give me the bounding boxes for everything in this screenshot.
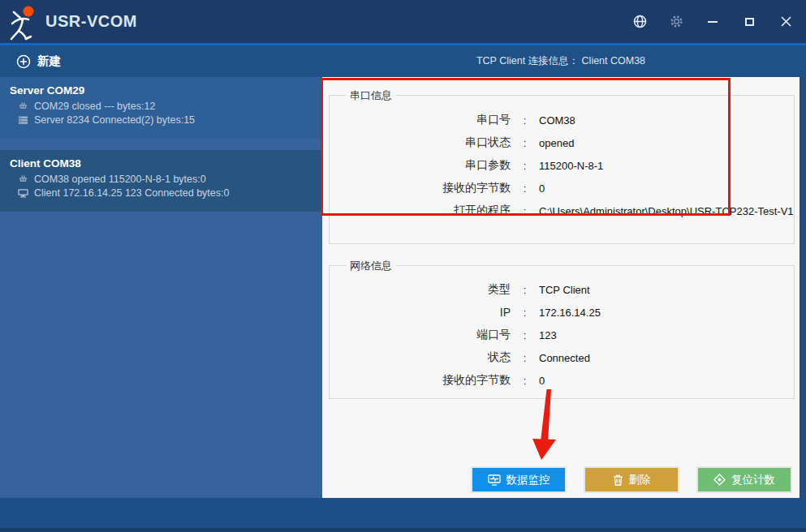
- serial-status-text: COM38 opened 115200-N-8-1 bytes:0: [34, 174, 206, 185]
- sidebar-item-server-com29[interactable]: Server COM29 COM29 closed --- bytes:12: [0, 77, 322, 139]
- row-colon: :: [511, 307, 539, 319]
- reset-target-icon: [713, 474, 726, 486]
- plus-circle-icon: [16, 54, 31, 69]
- button-label: 数据监控: [506, 473, 550, 487]
- row-colon: :: [511, 114, 539, 127]
- row-label: IP: [330, 306, 511, 319]
- detail-panel: 串口信息 串口号 : COM38 串口状态 : opened 串口参数 : 11…: [322, 77, 806, 498]
- row-value: COM38: [539, 114, 794, 127]
- info-row: 串口号 : COM38: [330, 109, 794, 131]
- button-label: 删除: [629, 473, 651, 487]
- network-info-legend: 网络信息: [346, 259, 396, 273]
- network-status-text: Server 8234 Connected(2) bytes:15: [34, 114, 195, 126]
- row-label: 串口状态: [330, 135, 511, 150]
- serial-plug-icon: [18, 175, 28, 184]
- row-value: 115200-N-8-1: [539, 160, 794, 172]
- info-row: 打开的程序 : C:\Users\Administrator\Desktop\U…: [330, 200, 794, 222]
- row-label: 接收的字节数: [330, 373, 511, 388]
- row-value: C:\Users\Administrator\Desktop\USR-TCP23…: [539, 205, 794, 217]
- row-label: 端口号: [330, 328, 511, 342]
- data-monitor-button[interactable]: 数据监控: [471, 466, 567, 493]
- row-label: 状态: [330, 350, 511, 365]
- row-label: 串口号: [330, 113, 511, 127]
- app-title: USR-VCOM: [45, 12, 137, 31]
- new-connection-button[interactable]: 新建: [16, 54, 61, 69]
- action-buttons: 数据监控 删除 复位计数: [322, 466, 800, 493]
- footer-edge: [0, 528, 806, 532]
- row-colon: :: [511, 182, 539, 195]
- row-value: 0: [539, 182, 794, 195]
- connection-info-header: TCP Client 连接信息： Client COM38: [322, 45, 800, 77]
- server-icon: [18, 116, 28, 125]
- network-info-groupbox: 网络信息 类型 : TCP Client IP : 172.16.14.25 端…: [329, 265, 795, 399]
- usr-logo-icon: [6, 4, 41, 41]
- titlebar-actions: [632, 15, 806, 29]
- serial-status-text: COM29 closed --- bytes:12: [34, 101, 155, 112]
- connection-sidebar: Server COM29 COM29 closed --- bytes:12: [0, 77, 322, 498]
- network-status-line: Client 172.16.14.25 123 Connected bytes:…: [18, 187, 314, 199]
- row-colon: :: [511, 160, 539, 172]
- row-value: 0: [539, 375, 794, 387]
- network-status-line: Server 8234 Connected(2) bytes:15: [18, 114, 314, 126]
- row-label: 类型: [330, 282, 511, 297]
- usr-vcom-window: USR-VCOM: [0, 0, 806, 532]
- info-row: 串口状态 : opened: [330, 131, 794, 154]
- serial-plug-icon: [18, 102, 28, 111]
- globe-icon[interactable]: [632, 15, 647, 29]
- row-colon: :: [511, 205, 539, 217]
- info-row: 状态 : Connected: [330, 346, 794, 369]
- row-value: 123: [539, 329, 794, 341]
- minimize-icon[interactable]: [705, 15, 720, 29]
- connection-title: Server COM29: [10, 84, 314, 97]
- button-label: 复位计数: [731, 473, 775, 487]
- serial-info-groupbox: 串口信息 串口号 : COM38 串口状态 : opened 串口参数 : 11…: [329, 95, 795, 244]
- trash-icon: [613, 474, 623, 486]
- titlebar: USR-VCOM: [0, 0, 806, 43]
- monitor-pulse-icon: [488, 474, 501, 486]
- row-label: 串口参数: [330, 158, 511, 173]
- row-value: Connected: [539, 352, 794, 364]
- reset-count-button[interactable]: 复位计数: [696, 466, 792, 493]
- info-row: IP : 172.16.14.25: [330, 301, 794, 324]
- right-edge-strip: [800, 77, 806, 498]
- monitor-icon: [18, 189, 28, 198]
- row-value: opened: [539, 137, 794, 149]
- row-value: 172.16.14.25: [539, 307, 794, 319]
- info-row: 接收的字节数 : 0: [330, 369, 794, 392]
- close-icon[interactable]: [778, 15, 793, 29]
- row-colon: :: [511, 284, 539, 296]
- maximize-icon[interactable]: [742, 15, 756, 29]
- serial-status-line: COM29 closed --- bytes:12: [18, 101, 314, 112]
- info-row: 类型 : TCP Client: [330, 278, 794, 301]
- gear-icon[interactable]: [669, 15, 683, 29]
- row-label: 接收的字节数: [330, 181, 511, 195]
- row-value: TCP Client: [539, 284, 794, 296]
- serial-status-line: COM38 opened 115200-N-8-1 bytes:0: [18, 174, 314, 185]
- info-row: 串口参数 : 115200-N-8-1: [330, 154, 794, 177]
- new-connection-label: 新建: [37, 54, 61, 69]
- row-colon: :: [511, 352, 539, 364]
- window-body: Server COM29 COM29 closed --- bytes:12: [0, 77, 806, 498]
- row-label: 打开的程序: [330, 204, 511, 218]
- sidebar-item-client-com38[interactable]: Client COM38 COM38 opened 115200-N-8-1 b…: [0, 150, 322, 212]
- delete-button[interactable]: 删除: [584, 466, 679, 493]
- serial-info-legend: 串口信息: [346, 88, 396, 103]
- info-row: 接收的字节数 : 0: [330, 177, 794, 200]
- connection-title: Client COM38: [10, 157, 314, 169]
- row-colon: :: [511, 375, 539, 387]
- row-colon: :: [511, 329, 539, 341]
- row-colon: :: [511, 137, 539, 149]
- info-row: 端口号 : 123: [330, 324, 794, 346]
- toolbar: 新建 TCP Client 连接信息： Client COM38: [0, 45, 806, 77]
- status-footer: [0, 498, 806, 532]
- network-status-text: Client 172.16.14.25 123 Connected bytes:…: [34, 187, 229, 199]
